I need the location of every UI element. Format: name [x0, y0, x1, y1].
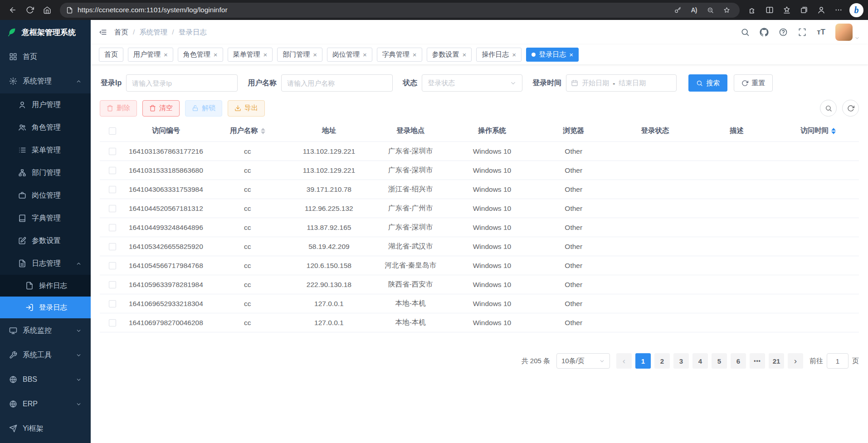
add-favorite-icon[interactable]: [720, 3, 733, 17]
help-icon[interactable]: [779, 28, 788, 37]
reset-button[interactable]: 重置: [734, 74, 773, 92]
sidebar-item-erp[interactable]: ERP: [0, 392, 91, 416]
tab-login-log[interactable]: 登录日志×: [526, 48, 579, 62]
row-checkbox[interactable]: [109, 300, 116, 307]
close-icon[interactable]: ×: [463, 51, 467, 58]
unlock-button[interactable]: 解锁: [185, 100, 222, 117]
tab-dict-mgmt[interactable]: 字典管理×: [377, 48, 422, 62]
close-icon[interactable]: ×: [313, 51, 317, 58]
table-row[interactable]: 1641044993248464896 cc 113.87.92.165 广东省…: [100, 218, 859, 237]
browser-menu-icon[interactable]: [830, 2, 847, 18]
address-bar[interactable]: https://ccnetcore.com:1101/system/log/lo…: [60, 3, 740, 18]
page-size-select[interactable]: 10条/页: [556, 353, 610, 369]
tab-home[interactable]: 首页: [99, 48, 123, 62]
col-user-name[interactable]: 用户名称: [207, 120, 288, 142]
sidebar-item-dict-mgmt[interactable]: 字典管理: [0, 207, 91, 229]
sidebar-item-dept-mgmt[interactable]: 部门管理: [0, 161, 91, 184]
tab-menu-mgmt[interactable]: 菜单管理×: [228, 48, 273, 62]
sidebar-item-user-mgmt[interactable]: 用户管理: [0, 93, 91, 116]
row-checkbox[interactable]: [109, 167, 116, 174]
read-aloud-icon[interactable]: A): [687, 3, 701, 17]
select-all-checkbox[interactable]: [109, 127, 116, 135]
goto-page-input[interactable]: [827, 353, 848, 369]
page-button-4[interactable]: 4: [692, 353, 708, 369]
sidebar-item-login-log[interactable]: 登录日志: [0, 297, 91, 318]
status-select[interactable]: 登录状态: [422, 74, 522, 92]
sidebar-item-role-mgmt[interactable]: 角色管理: [0, 116, 91, 139]
row-checkbox[interactable]: [109, 224, 116, 231]
url-text[interactable]: https://ccnetcore.com:1101/system/log/lo…: [78, 6, 228, 14]
table-row[interactable]: 1641069652933218304 cc 127.0.0.1 本地-本机 W…: [100, 294, 859, 313]
sidebar-item-menu-mgmt[interactable]: 菜单管理: [0, 139, 91, 161]
collapse-sidebar-icon[interactable]: [99, 28, 107, 36]
close-icon[interactable]: ×: [214, 51, 218, 58]
toggle-search-button[interactable]: [820, 100, 837, 117]
close-icon[interactable]: ×: [569, 51, 573, 58]
github-icon[interactable]: [760, 28, 769, 37]
row-checkbox[interactable]: [109, 281, 116, 288]
sidebar-item-post-mgmt[interactable]: 岗位管理: [0, 184, 91, 207]
sidebar-item-system-monitor[interactable]: 系统监控: [0, 318, 91, 343]
page-button-6[interactable]: 6: [731, 353, 746, 369]
sidebar-item-log-mgmt[interactable]: 日志管理: [0, 252, 91, 275]
breadcrumb-home[interactable]: 首页: [114, 28, 128, 37]
close-icon[interactable]: ×: [512, 51, 516, 58]
row-checkbox[interactable]: [109, 319, 116, 326]
refresh-icon[interactable]: [22, 2, 38, 18]
fullscreen-icon[interactable]: [798, 28, 807, 37]
delete-button[interactable]: 删除: [100, 100, 137, 117]
table-row[interactable]: 1641043063331753984 cc 39.171.210.78 浙江省…: [100, 180, 859, 199]
font-size-icon[interactable]: тT: [817, 28, 825, 37]
next-page-button[interactable]: ›: [788, 353, 803, 369]
tab-param-settings[interactable]: 参数设置×: [427, 48, 472, 62]
table-row[interactable]: 1641059633978281984 cc 222.90.130.18 陕西省…: [100, 275, 859, 294]
refresh-table-button[interactable]: [842, 100, 859, 117]
collections-icon[interactable]: [796, 2, 812, 18]
site-info-icon[interactable]: [66, 7, 73, 14]
page-button-21[interactable]: 21: [769, 353, 784, 369]
password-key-icon[interactable]: [671, 3, 684, 17]
browser-profile-icon[interactable]: [813, 2, 829, 18]
extensions-icon[interactable]: [744, 2, 761, 18]
tab-user-mgmt[interactable]: 用户管理×: [128, 48, 173, 62]
table-row[interactable]: 1641054566717984768 cc 120.6.150.158 河北省…: [100, 256, 859, 275]
prev-page-button[interactable]: ‹: [616, 353, 632, 369]
clear-button[interactable]: 清空: [142, 100, 180, 117]
row-checkbox[interactable]: [109, 186, 116, 193]
tab-post-mgmt[interactable]: 岗位管理×: [327, 48, 372, 62]
sort-icon[interactable]: [831, 128, 836, 134]
sidebar-item-system-tools[interactable]: 系统工具: [0, 343, 91, 367]
table-row[interactable]: 1641031367863177216 cc 113.102.129.221 广…: [100, 142, 859, 161]
table-row[interactable]: 1641044520567181312 cc 112.96.225.132 广东…: [100, 199, 859, 218]
row-checkbox[interactable]: [109, 243, 116, 250]
split-screen-icon[interactable]: [761, 2, 778, 18]
tab-dept-mgmt[interactable]: 部门管理×: [277, 48, 322, 62]
home-icon[interactable]: [39, 2, 55, 18]
sidebar-item-param-settings[interactable]: 参数设置: [0, 229, 91, 252]
sidebar-item-yi-framework[interactable]: Yi框架: [0, 416, 91, 441]
page-button-2[interactable]: 2: [654, 353, 670, 369]
table-row[interactable]: 1641069798270046208 cc 127.0.0.1 本地-本机 W…: [100, 313, 859, 332]
table-row[interactable]: 1641053426655825920 cc 58.19.42.209 湖北省-…: [100, 237, 859, 256]
row-checkbox[interactable]: [109, 148, 116, 155]
tab-operation-log[interactable]: 操作日志×: [476, 48, 522, 62]
sidebar-item-system-mgmt[interactable]: 系统管理: [0, 69, 91, 93]
col-access-time[interactable]: 访问时间: [777, 120, 859, 142]
row-checkbox[interactable]: [109, 205, 116, 212]
breadcrumb-system-mgmt[interactable]: 系统管理: [139, 28, 167, 37]
zoom-level-icon[interactable]: [703, 3, 717, 17]
user-avatar[interactable]: [835, 24, 853, 41]
table-row[interactable]: 1641031533185863680 cc 113.102.129.221 广…: [100, 161, 859, 180]
sidebar-item-bbs[interactable]: BBS: [0, 367, 91, 392]
ip-input[interactable]: [126, 74, 238, 92]
close-icon[interactable]: ×: [413, 51, 417, 58]
row-checkbox[interactable]: [109, 262, 116, 269]
sidebar-item-operation-log[interactable]: 操作日志: [0, 275, 91, 297]
back-icon[interactable]: [5, 2, 21, 18]
bing-icon[interactable]: b: [849, 3, 863, 17]
page-button-1[interactable]: 1: [635, 353, 651, 369]
search-button[interactable]: 搜索: [688, 74, 727, 92]
favorites-icon[interactable]: [779, 2, 795, 18]
close-icon[interactable]: ×: [164, 51, 168, 58]
date-range-picker[interactable]: 开始日期 - 结束日期: [566, 74, 677, 92]
